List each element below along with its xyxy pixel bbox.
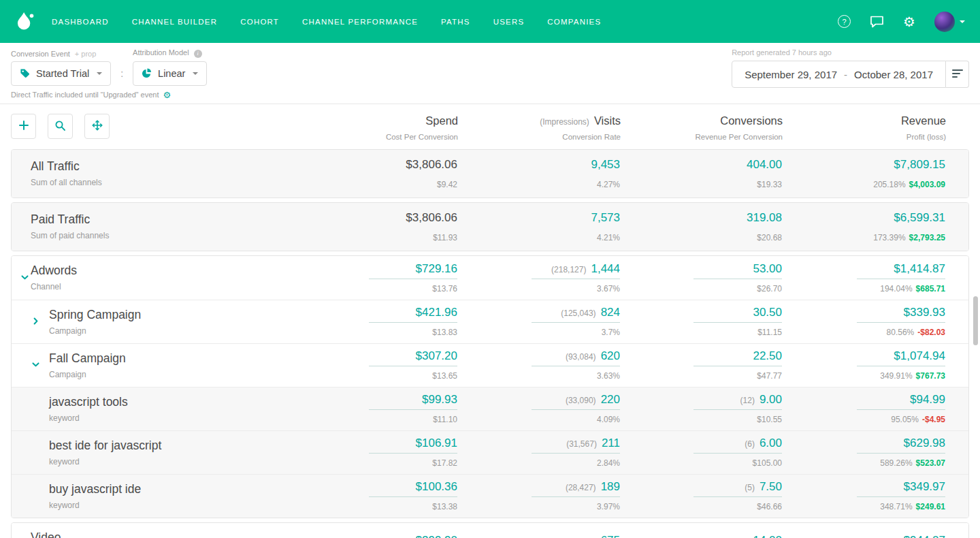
chevron-down-icon[interactable] — [20, 273, 29, 282]
chevron-down-icon — [193, 72, 198, 75]
spend-cell: $307.20$13.65 — [294, 344, 457, 387]
report-options-button[interactable] — [946, 61, 969, 88]
conversions-cell: 319.08$20.68 — [620, 203, 782, 251]
conversions-value[interactable]: 7.50 — [760, 480, 782, 494]
conversions-value[interactable]: 404.00 — [747, 158, 782, 172]
conversions-value[interactable]: 14.00 — [753, 534, 782, 538]
nav-items: DASHBOARDCHANNEL BUILDERCOHORTCHANNEL PE… — [52, 18, 838, 26]
visits-value[interactable]: 824 — [601, 306, 620, 319]
conversions-value[interactable]: 9.00 — [760, 393, 782, 407]
scrollbar-thumb[interactable] — [973, 296, 978, 345]
visits-value[interactable]: 189 — [601, 480, 620, 494]
table-row: Fall CampaignCampaign$307.20$13.65(93,08… — [12, 343, 968, 387]
nav-item-paths[interactable]: PATHS — [441, 18, 470, 26]
nav-item-dashboard[interactable]: DASHBOARD — [52, 18, 109, 26]
logo[interactable] — [15, 10, 35, 33]
direct-traffic-note: Direct Traffic included until “Upgraded”… — [11, 91, 207, 99]
row-card: Paid TrafficSum of paid channels$3,806.0… — [11, 202, 969, 251]
revenue-cell: $944.07 — [782, 523, 968, 538]
visits-value[interactable]: 220 — [601, 393, 620, 407]
revenue-value[interactable]: $629.98 — [904, 437, 945, 450]
profit-amount: $4,003.09 — [909, 180, 945, 189]
attribution-model-group: Attribution Model i Linear — [133, 48, 207, 86]
attribution-model-dropdown[interactable]: Linear — [133, 61, 207, 86]
spend-main: $729.16 — [369, 262, 457, 279]
conversions-secondary-value: (5) — [745, 483, 755, 492]
revenue-main: $7,809.15 — [894, 158, 945, 175]
conversions-cell: (6)6.00$105.00 — [620, 431, 782, 474]
visits-main: 7,573 — [591, 211, 620, 228]
note-gear-icon[interactable]: ⚙ — [163, 91, 171, 99]
spend-value[interactable]: $299.90 — [416, 534, 457, 538]
visits-cell: (28,427)1893.97% — [457, 475, 620, 518]
revenue-value[interactable]: $94.99 — [910, 393, 945, 407]
visits-value[interactable]: 7,573 — [591, 211, 620, 225]
row-name-cell: javascript toolskeyword — [12, 387, 294, 430]
user-menu[interactable] — [934, 12, 965, 32]
revenue-cell: $94.9995.05%-$4.95 — [782, 387, 968, 430]
spend-sub-value: $13.38 — [432, 502, 457, 511]
visits-cell: (93,084)6203.63% — [457, 344, 620, 387]
visits-value[interactable]: 675 — [601, 534, 620, 538]
revenue-value[interactable]: $7,809.15 — [894, 158, 945, 172]
chevron-down-icon — [97, 72, 102, 75]
visits-value[interactable]: 1,444 — [591, 262, 620, 276]
avatar[interactable] — [934, 12, 955, 32]
spend-value[interactable]: $729.16 — [416, 262, 457, 276]
revenue-value[interactable]: $339.93 — [904, 306, 945, 319]
gear-icon[interactable]: ⚙ — [903, 15, 915, 29]
nav-item-channel-performance[interactable]: CHANNEL PERFORMANCE — [302, 18, 418, 26]
add-prop-link[interactable]: + prop — [75, 50, 97, 58]
revenue-main: $944.07 — [857, 534, 945, 538]
spend-value[interactable]: $106.91 — [416, 437, 457, 450]
spend-value[interactable]: $421.96 — [416, 306, 457, 319]
column-header-visits[interactable]: (Impressions) Visits Conversion Rate — [458, 112, 621, 141]
conversions-value[interactable]: 319.08 — [747, 211, 782, 225]
nav-item-cohort[interactable]: COHORT — [240, 18, 279, 26]
profit-percent: 589.26% — [880, 458, 912, 468]
revenue-value[interactable]: $1,074.94 — [894, 349, 945, 363]
conversions-value[interactable]: 22.50 — [753, 349, 782, 363]
report-generated-note: Report generated 7 hours ago — [732, 48, 832, 57]
conversions-value[interactable]: 6.00 — [760, 437, 782, 450]
spend-value[interactable]: $100.36 — [416, 480, 457, 494]
table-row: Spring CampaignCampaign$421.96$13.83(125… — [12, 300, 968, 343]
column-header-conversions[interactable]: Conversions Revenue Per Conversion — [621, 112, 783, 141]
row-card: All TrafficSum of all channels$3,806.06$… — [11, 149, 969, 198]
visits-cell: (31,567)2112.84% — [457, 431, 620, 474]
chat-icon[interactable] — [870, 15, 884, 28]
column-header-spend[interactable]: Spend Cost Per Conversion — [295, 112, 458, 141]
column-header-revenue[interactable]: Revenue Profit (loss) — [783, 112, 969, 141]
spend-main: $3,806.06 — [406, 211, 457, 228]
date-range-picker[interactable]: September 29, 2017 - October 28, 2017 — [732, 61, 946, 88]
conversions-sub-value: $11.15 — [757, 328, 782, 337]
spend-value[interactable]: $99.93 — [422, 393, 457, 407]
chevron-right-icon[interactable] — [31, 317, 40, 326]
nav-item-users[interactable]: USERS — [493, 18, 525, 26]
visits-cell: 9,4534.27% — [457, 150, 620, 197]
conversion-event-dropdown[interactable]: Started Trial — [11, 61, 111, 86]
revenue-value[interactable]: $944.07 — [904, 534, 945, 538]
visits-secondary-value: (31,567) — [566, 439, 597, 449]
conversions-value[interactable]: 30.50 — [753, 306, 782, 319]
reorder-button[interactable] — [84, 114, 110, 139]
nav-item-companies[interactable]: COMPANIES — [547, 18, 601, 26]
revenue-value[interactable]: $1,414.87 — [894, 262, 945, 276]
nav-item-channel-builder[interactable]: CHANNEL BUILDER — [132, 18, 218, 26]
row-name-cell: Spring CampaignCampaign — [12, 300, 294, 343]
info-icon[interactable]: i — [194, 50, 202, 58]
table-row: All TrafficSum of all channels$3,806.06$… — [12, 150, 968, 197]
add-channel-button[interactable] — [11, 114, 36, 139]
revenue-sub-value: 95.05%-$4.95 — [891, 415, 945, 424]
spend-value[interactable]: $307.20 — [416, 349, 457, 363]
visits-value[interactable]: 9,453 — [591, 158, 620, 172]
conversions-value[interactable]: 53.00 — [753, 262, 782, 276]
chevron-down-icon[interactable] — [31, 360, 40, 369]
visits-value[interactable]: 620 — [601, 349, 620, 363]
revenue-value[interactable]: $6,599.31 — [894, 211, 945, 225]
attribution-model-label: Attribution Model i — [133, 48, 207, 58]
search-button[interactable] — [48, 114, 73, 139]
revenue-value[interactable]: $349.97 — [904, 480, 945, 494]
visits-value[interactable]: 211 — [602, 437, 620, 450]
help-icon[interactable]: ? — [838, 15, 851, 28]
